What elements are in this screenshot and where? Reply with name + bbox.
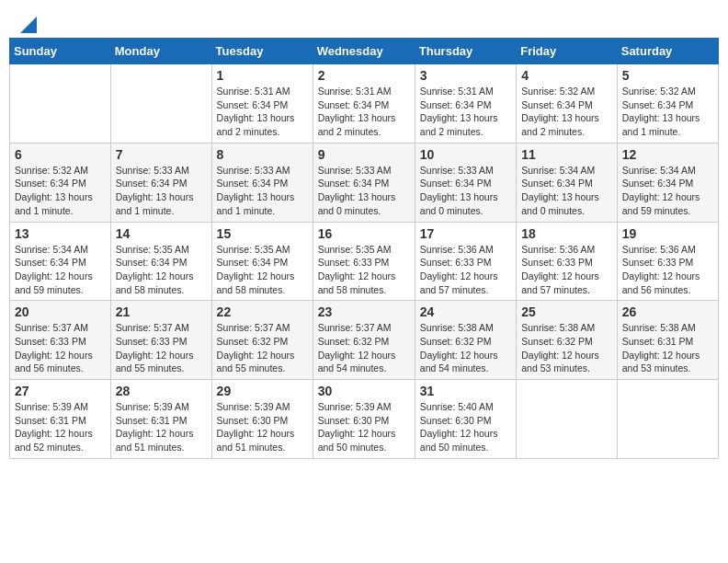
day-info: Sunrise: 5:36 AM Sunset: 6:33 PM Dayligh… (622, 243, 713, 297)
day-number: 26 (622, 304, 713, 319)
calendar-week-row: 27Sunrise: 5:39 AM Sunset: 6:31 PM Dayli… (10, 380, 719, 459)
calendar-cell: 5Sunrise: 5:32 AM Sunset: 6:34 PM Daylig… (617, 64, 718, 144)
day-info: Sunrise: 5:39 AM Sunset: 6:30 PM Dayligh… (217, 400, 308, 454)
calendar-cell: 7Sunrise: 5:33 AM Sunset: 6:34 PM Daylig… (110, 143, 211, 222)
day-number: 2 (318, 68, 410, 83)
day-number: 11 (521, 147, 612, 162)
day-info: Sunrise: 5:35 AM Sunset: 6:34 PM Dayligh… (217, 243, 308, 297)
calendar-cell: 16Sunrise: 5:35 AM Sunset: 6:33 PM Dayli… (313, 222, 415, 301)
calendar-cell: 21Sunrise: 5:37 AM Sunset: 6:33 PM Dayli… (110, 301, 211, 380)
day-number: 23 (318, 304, 410, 319)
day-number: 22 (217, 304, 308, 319)
calendar-cell: 22Sunrise: 5:37 AM Sunset: 6:32 PM Dayli… (211, 301, 313, 380)
calendar-cell: 20Sunrise: 5:37 AM Sunset: 6:33 PM Dayli… (10, 301, 111, 380)
calendar-cell: 13Sunrise: 5:34 AM Sunset: 6:34 PM Dayli… (10, 222, 111, 301)
calendar-cell: 11Sunrise: 5:34 AM Sunset: 6:34 PM Dayli… (517, 143, 618, 222)
calendar-cell: 6Sunrise: 5:32 AM Sunset: 6:34 PM Daylig… (10, 143, 111, 222)
day-info: Sunrise: 5:40 AM Sunset: 6:30 PM Dayligh… (420, 400, 511, 454)
day-number: 30 (318, 384, 410, 398)
calendar-header-thursday: Thursday (415, 39, 516, 64)
day-number: 29 (217, 384, 308, 398)
day-info: Sunrise: 5:37 AM Sunset: 6:32 PM Dayligh… (318, 321, 410, 375)
calendar-cell: 23Sunrise: 5:37 AM Sunset: 6:32 PM Dayli… (313, 301, 415, 380)
day-number: 24 (420, 304, 511, 319)
calendar-header-tuesday: Tuesday (211, 39, 313, 64)
logo (18, 18, 37, 29)
svg-marker-0 (20, 17, 37, 33)
calendar-cell: 26Sunrise: 5:38 AM Sunset: 6:31 PM Dayli… (617, 301, 718, 380)
day-info: Sunrise: 5:33 AM Sunset: 6:34 PM Dayligh… (318, 164, 410, 218)
page-header (9, 9, 719, 33)
calendar-cell (110, 64, 211, 144)
day-number: 8 (217, 147, 308, 162)
day-number: 15 (217, 226, 308, 241)
day-info: Sunrise: 5:38 AM Sunset: 6:32 PM Dayligh… (420, 321, 511, 375)
calendar-cell (10, 64, 111, 144)
day-info: Sunrise: 5:39 AM Sunset: 6:31 PM Dayligh… (15, 400, 106, 454)
day-info: Sunrise: 5:31 AM Sunset: 6:34 PM Dayligh… (420, 85, 511, 139)
day-info: Sunrise: 5:39 AM Sunset: 6:30 PM Dayligh… (318, 400, 410, 454)
calendar-cell: 30Sunrise: 5:39 AM Sunset: 6:30 PM Dayli… (313, 380, 415, 459)
day-info: Sunrise: 5:38 AM Sunset: 6:31 PM Dayligh… (622, 321, 713, 375)
day-number: 19 (622, 226, 713, 241)
calendar-cell: 14Sunrise: 5:35 AM Sunset: 6:34 PM Dayli… (110, 222, 211, 301)
calendar-cell: 17Sunrise: 5:36 AM Sunset: 6:33 PM Dayli… (415, 222, 516, 301)
day-info: Sunrise: 5:32 AM Sunset: 6:34 PM Dayligh… (622, 85, 713, 139)
calendar-cell: 28Sunrise: 5:39 AM Sunset: 6:31 PM Dayli… (110, 380, 211, 459)
calendar-week-row: 13Sunrise: 5:34 AM Sunset: 6:34 PM Dayli… (10, 222, 719, 301)
calendar-cell: 27Sunrise: 5:39 AM Sunset: 6:31 PM Dayli… (10, 380, 111, 459)
day-info: Sunrise: 5:37 AM Sunset: 6:33 PM Dayligh… (15, 321, 106, 375)
day-info: Sunrise: 5:37 AM Sunset: 6:33 PM Dayligh… (116, 321, 207, 375)
day-number: 18 (521, 226, 612, 241)
calendar-cell (617, 380, 718, 459)
day-info: Sunrise: 5:35 AM Sunset: 6:33 PM Dayligh… (318, 243, 410, 297)
calendar-cell: 24Sunrise: 5:38 AM Sunset: 6:32 PM Dayli… (415, 301, 516, 380)
calendar-header-wednesday: Wednesday (313, 39, 415, 64)
day-number: 31 (420, 384, 511, 398)
day-number: 1 (217, 68, 308, 83)
day-info: Sunrise: 5:31 AM Sunset: 6:34 PM Dayligh… (318, 85, 410, 139)
day-number: 9 (318, 147, 410, 162)
day-number: 17 (420, 226, 511, 241)
calendar-cell: 25Sunrise: 5:38 AM Sunset: 6:32 PM Dayli… (517, 301, 618, 380)
day-info: Sunrise: 5:38 AM Sunset: 6:32 PM Dayligh… (521, 321, 612, 375)
day-number: 7 (116, 147, 207, 162)
calendar-header-monday: Monday (110, 39, 211, 64)
calendar-cell (517, 380, 618, 459)
day-info: Sunrise: 5:37 AM Sunset: 6:32 PM Dayligh… (217, 321, 308, 375)
day-number: 12 (622, 147, 713, 162)
day-info: Sunrise: 5:34 AM Sunset: 6:34 PM Dayligh… (622, 164, 713, 218)
calendar-week-row: 1Sunrise: 5:31 AM Sunset: 6:34 PM Daylig… (10, 64, 719, 144)
day-number: 5 (622, 68, 713, 83)
day-info: Sunrise: 5:36 AM Sunset: 6:33 PM Dayligh… (420, 243, 511, 297)
day-number: 21 (116, 304, 207, 319)
day-info: Sunrise: 5:33 AM Sunset: 6:34 PM Dayligh… (217, 164, 308, 218)
day-number: 27 (15, 384, 106, 398)
logo-triangle-icon (20, 17, 37, 33)
day-number: 28 (116, 384, 207, 398)
day-info: Sunrise: 5:34 AM Sunset: 6:34 PM Dayligh… (521, 164, 612, 218)
calendar-header-row: SundayMondayTuesdayWednesdayThursdayFrid… (10, 39, 719, 64)
day-info: Sunrise: 5:36 AM Sunset: 6:33 PM Dayligh… (521, 243, 612, 297)
day-number: 13 (15, 226, 106, 241)
day-number: 3 (420, 68, 511, 83)
calendar-table: SundayMondayTuesdayWednesdayThursdayFrid… (9, 38, 719, 459)
calendar-cell: 15Sunrise: 5:35 AM Sunset: 6:34 PM Dayli… (211, 222, 313, 301)
day-info: Sunrise: 5:35 AM Sunset: 6:34 PM Dayligh… (116, 243, 207, 297)
calendar-cell: 12Sunrise: 5:34 AM Sunset: 6:34 PM Dayli… (617, 143, 718, 222)
day-info: Sunrise: 5:32 AM Sunset: 6:34 PM Dayligh… (15, 164, 106, 218)
day-number: 14 (116, 226, 207, 241)
day-number: 6 (15, 147, 106, 162)
calendar-header-sunday: Sunday (10, 39, 111, 64)
calendar-cell: 1Sunrise: 5:31 AM Sunset: 6:34 PM Daylig… (211, 64, 313, 144)
calendar-cell: 8Sunrise: 5:33 AM Sunset: 6:34 PM Daylig… (211, 143, 313, 222)
day-number: 25 (521, 304, 612, 319)
calendar-cell: 19Sunrise: 5:36 AM Sunset: 6:33 PM Dayli… (617, 222, 718, 301)
day-info: Sunrise: 5:33 AM Sunset: 6:34 PM Dayligh… (116, 164, 207, 218)
day-number: 16 (318, 226, 410, 241)
day-info: Sunrise: 5:34 AM Sunset: 6:34 PM Dayligh… (15, 243, 106, 297)
calendar-cell: 10Sunrise: 5:33 AM Sunset: 6:34 PM Dayli… (415, 143, 516, 222)
calendar-cell: 3Sunrise: 5:31 AM Sunset: 6:34 PM Daylig… (415, 64, 516, 144)
calendar-week-row: 20Sunrise: 5:37 AM Sunset: 6:33 PM Dayli… (10, 301, 719, 380)
day-number: 20 (15, 304, 106, 319)
